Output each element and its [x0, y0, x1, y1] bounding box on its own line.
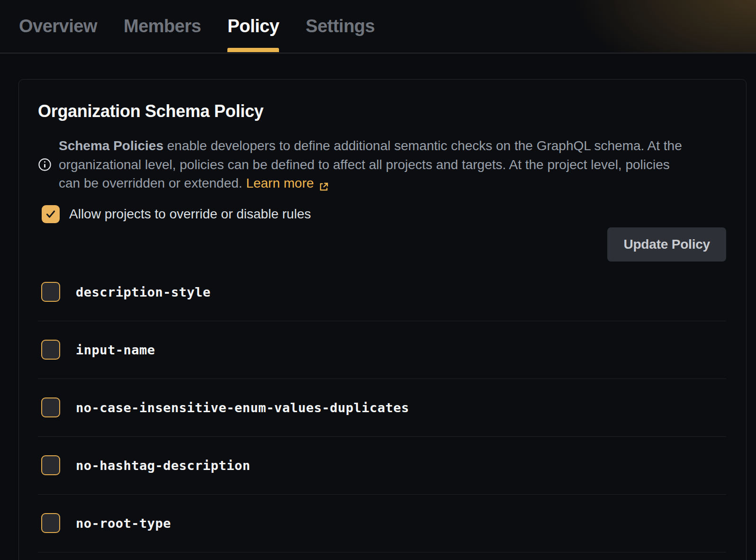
allow-override-row: Allow projects to override or disable ru… [38, 205, 726, 223]
rule-checkbox[interactable] [41, 340, 60, 360]
rule-row-no-root-type: no-root-type [38, 495, 726, 552]
tab-members[interactable]: Members [124, 0, 201, 53]
rule-row-no-case-insensitive-enum-values-duplicates: no-case-insensitive-enum-values-duplicat… [38, 379, 726, 437]
checkmark-icon [45, 208, 56, 220]
rule-row-input-name: input-name [38, 321, 726, 379]
rule-row-description-style: description-style [38, 263, 726, 321]
tab-settings[interactable]: Settings [306, 0, 375, 53]
rule-name: input-name [76, 343, 155, 357]
rule-checkbox[interactable] [41, 513, 60, 533]
schema-policy-card: Organization Schema Policy Schema Polici… [18, 79, 747, 560]
tab-overview[interactable]: Overview [19, 0, 97, 53]
tab-policy[interactable]: Policy [227, 0, 279, 53]
external-link-icon [318, 179, 329, 190]
learn-more-link[interactable]: Learn more [246, 174, 329, 193]
rule-row-no-hashtag-description: no-hashtag-description [38, 437, 726, 495]
allow-override-checkbox[interactable] [42, 205, 60, 223]
policy-description-line-2: organizational level, policies can be de… [59, 155, 682, 174]
policy-description-line-3: can be overridden or extended. Learn mor… [59, 174, 682, 193]
tab-bar: Overview Members Policy Settings [0, 0, 756, 53]
rule-name: no-case-insensitive-enum-values-duplicat… [76, 400, 409, 415]
rule-checkbox[interactable] [41, 282, 60, 302]
update-policy-button[interactable]: Update Policy [607, 227, 726, 262]
rules-list: description-style input-name no-case-ins… [38, 263, 726, 552]
rule-checkbox[interactable] [41, 455, 60, 475]
rule-checkbox[interactable] [41, 397, 60, 417]
policy-description-line-1: Schema Policies enable developers to def… [59, 136, 682, 155]
policy-info-callout: Schema Policies enable developers to def… [38, 136, 726, 193]
allow-override-label[interactable]: Allow projects to override or disable ru… [69, 207, 311, 222]
rule-name: no-root-type [76, 516, 171, 531]
info-circle-icon [38, 158, 52, 172]
page-title: Organization Schema Policy [38, 101, 726, 121]
page-header: Overview Members Policy Settings [0, 0, 756, 54]
actions-row: Update Policy [38, 227, 726, 262]
rule-name: description-style [76, 285, 211, 299]
policy-description-bold: Schema Policies [59, 138, 163, 153]
policy-description: Schema Policies enable developers to def… [59, 136, 682, 193]
rule-name: no-hashtag-description [76, 458, 251, 473]
